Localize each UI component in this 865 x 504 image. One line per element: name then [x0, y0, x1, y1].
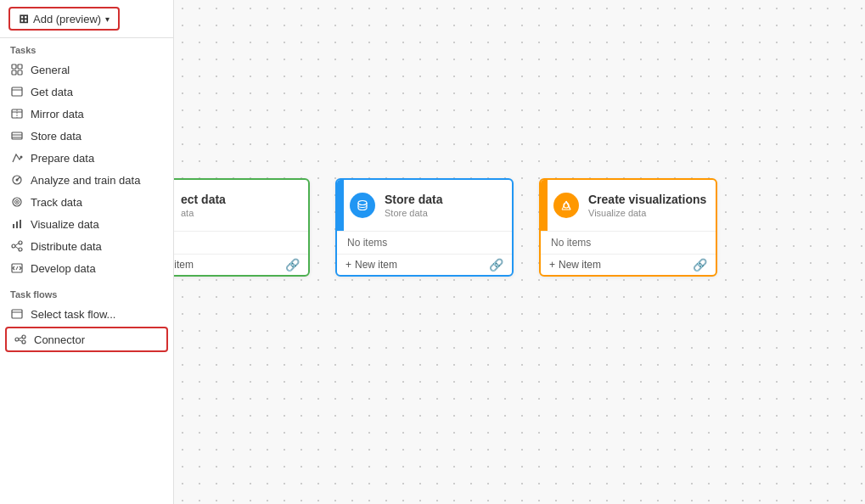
collect-new-item-label: New item [174, 259, 194, 271]
card-header: ect data ata [174, 180, 308, 231]
store-new-item-button[interactable]: + New item [345, 259, 397, 271]
track-data-icon [10, 195, 24, 209]
sidebar-item-mirror-data[interactable]: Mirror data [0, 103, 173, 125]
store-color-bar [337, 180, 344, 231]
svg-point-38 [358, 201, 367, 205]
card-title-area: ect data ata [177, 180, 308, 231]
svg-point-21 [12, 244, 15, 248]
collect-card-subtitle: ata [181, 208, 301, 218]
svg-rect-1 [18, 64, 22, 69]
svg-rect-0 [12, 64, 16, 69]
svg-rect-9 [12, 132, 22, 139]
sidebar-item-get-data[interactable]: Get data [0, 81, 173, 103]
store-attach-icon[interactable]: 🔗 [489, 258, 503, 272]
svg-rect-2 [12, 70, 16, 75]
prepare-data-label: Prepare data [31, 152, 94, 165]
sidebar-item-prepare-data[interactable]: Prepare data [0, 147, 173, 169]
distribute-data-icon [10, 239, 24, 253]
develop-data-icon [10, 261, 24, 275]
svg-point-30 [15, 338, 19, 341]
viz-icon [553, 193, 579, 218]
svg-line-27 [16, 266, 18, 270]
store-card-subtitle: Store data [385, 208, 505, 218]
mirror-data-icon [10, 107, 24, 120]
sidebar-item-select-taskflow[interactable]: Select task flow... [0, 303, 173, 325]
svg-line-25 [15, 247, 19, 249]
store-data-icon [10, 129, 24, 143]
viz-card-header: Create visualizations Visualize data [541, 180, 716, 231]
collect-card-title: ect data [181, 193, 301, 207]
store-card-header: Store data Store data [337, 180, 512, 231]
viz-new-item-button[interactable]: + New item [549, 259, 601, 271]
track-data-label: Track data [31, 196, 82, 209]
viz-plus-icon: + [549, 259, 555, 271]
collect-attach-icon[interactable]: 🔗 [285, 258, 300, 272]
connector-icon [14, 333, 27, 346]
visualize-data-icon [10, 217, 24, 231]
svg-point-32 [22, 340, 25, 344]
collect-data-card: ect data ata items + New item 🔗 [174, 178, 310, 277]
store-icon-area [344, 180, 381, 231]
viz-new-item-label: New item [559, 259, 601, 271]
svg-line-34 [19, 340, 22, 342]
sidebar-item-analyze[interactable]: Analyze and train data [0, 169, 173, 191]
svg-line-24 [15, 244, 19, 246]
sidebar-item-store-data[interactable]: Store data [0, 125, 173, 147]
viz-card-body: No items [541, 231, 716, 254]
mirror-data-label: Mirror data [31, 108, 84, 120]
develop-data-label: Develop data [31, 262, 96, 275]
store-new-item-label: New item [355, 259, 397, 271]
add-preview-button[interactable]: ⊞ Add (preview) ▾ [8, 7, 120, 31]
sidebar-item-develop-data[interactable]: Develop data [0, 257, 173, 279]
viz-title-area: Create visualizations Visualize data [585, 180, 716, 231]
general-label: General [31, 64, 70, 76]
sidebar-item-visualize-data[interactable]: Visualize data [0, 213, 173, 235]
viz-icon-area [548, 180, 585, 231]
distribute-data-label: Distribute data [31, 240, 102, 253]
visualize-card: Create visualizations Visualize data No … [539, 178, 717, 277]
viz-card-title: Create visualizations [588, 193, 709, 207]
main-canvas: ect data ata items + New item 🔗 [174, 0, 865, 504]
tasks-section-label: Tasks [0, 38, 173, 59]
general-icon [10, 63, 24, 76]
svg-rect-4 [12, 87, 22, 96]
svg-point-12 [20, 156, 23, 159]
add-button-label: Add (preview) [33, 13, 101, 25]
taskflows-section: Task flows Select task flow... [0, 283, 173, 354]
store-icon [350, 193, 375, 218]
svg-point-23 [19, 248, 22, 251]
store-data-label: Store data [31, 130, 81, 143]
svg-rect-18 [13, 224, 14, 228]
analyze-label: Analyze and train data [31, 174, 140, 187]
svg-point-31 [22, 335, 25, 339]
select-taskflow-label: Select task flow... [31, 308, 115, 321]
get-data-icon [10, 85, 24, 98]
svg-point-22 [19, 241, 22, 244]
collect-card-body: items [174, 231, 308, 254]
sidebar-item-general[interactable]: General [0, 59, 173, 81]
get-data-label: Get data [31, 86, 73, 98]
svg-rect-3 [18, 70, 22, 75]
sidebar-item-connector[interactable]: Connector [5, 327, 168, 352]
sidebar-item-distribute-data[interactable]: Distribute data [0, 235, 173, 257]
prepare-data-icon [10, 151, 24, 165]
viz-attach-icon[interactable]: 🔗 [693, 258, 707, 272]
cards-container: ect data ata items + New item 🔗 [199, 178, 717, 277]
svg-point-17 [16, 201, 18, 203]
viz-color-bar [541, 180, 548, 231]
store-card-title: Store data [385, 193, 505, 207]
store-card-body: No items [337, 231, 512, 254]
taskflows-label: Task flows [0, 283, 173, 303]
store-title-area: Store data Store data [381, 180, 512, 231]
svg-rect-19 [16, 221, 18, 228]
store-data-card: Store data Store data No items + New ite… [335, 178, 514, 277]
svg-rect-28 [12, 310, 22, 318]
add-button-wrapper: ⊞ Add (preview) ▾ [0, 0, 173, 38]
select-flow-icon [10, 307, 24, 321]
connector-label: Connector [34, 333, 85, 346]
store-card-footer: + New item 🔗 [337, 254, 512, 275]
sidebar-item-track-data[interactable]: Track data [0, 191, 173, 213]
collect-new-item-button[interactable]: + New item [174, 259, 194, 271]
store-plus-icon: + [345, 259, 351, 271]
viz-card-footer: + New item 🔗 [541, 254, 716, 275]
